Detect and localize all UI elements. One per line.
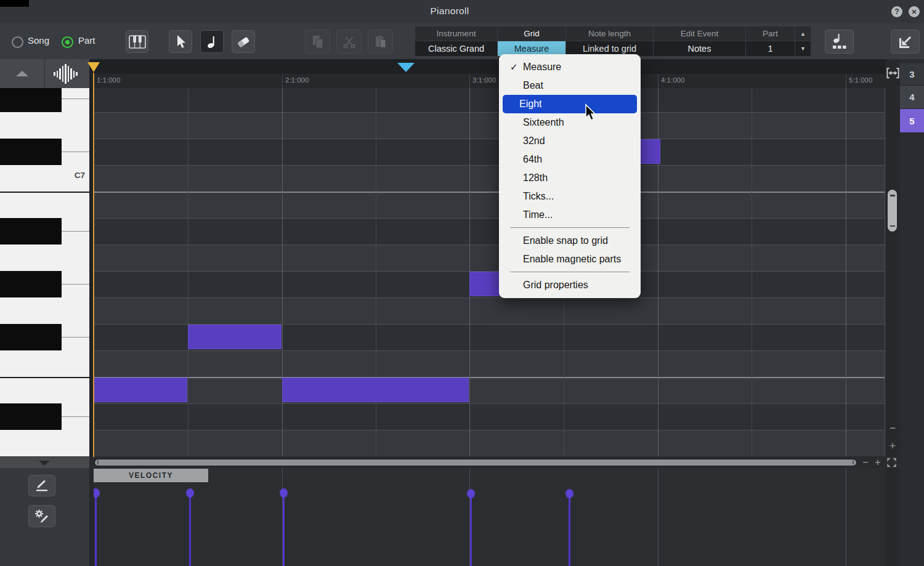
velocity-dot[interactable]: [94, 488, 100, 498]
midi-note-e6-1-1[interactable]: [94, 378, 187, 402]
dropdown-instrument-value[interactable]: Classic Grand: [415, 41, 497, 56]
octave-divider: [0, 377, 89, 378]
menu-item-64th[interactable]: 64th: [503, 150, 637, 169]
eraser-tool-button[interactable]: [232, 30, 255, 53]
part-radio[interactable]: [62, 36, 73, 48]
menu-item-label: Enable snap to grid: [523, 235, 608, 246]
import-to-corner-button[interactable]: [891, 30, 920, 54]
menu-item-time[interactable]: Time...: [503, 206, 637, 224]
dropdown-part-value[interactable]: 1: [746, 41, 795, 56]
scroll-down-button[interactable]: [0, 457, 89, 468]
key-A#6[interactable]: [0, 218, 62, 245]
vertical-zoom-out-button[interactable]: −: [888, 423, 898, 434]
horizontal-zoom-out-button[interactable]: −: [861, 457, 870, 468]
part-tab-3[interactable]: 3: [900, 63, 924, 86]
key-D7[interactable]: [0, 112, 89, 139]
velocity-dot[interactable]: [467, 489, 475, 498]
close-button[interactable]: ✕: [909, 6, 920, 17]
menu-item-eight[interactable]: Eight: [503, 95, 637, 113]
menu-item-enable-magnetic-parts[interactable]: Enable magnetic parts: [503, 250, 637, 269]
vertical-scroll-gutter: − +: [885, 59, 900, 457]
dropdown-edit-event-value[interactable]: Notes: [654, 41, 745, 56]
note-steps-icon: [830, 33, 849, 50]
horizontal-scrollbar-thumb[interactable]: [95, 459, 856, 466]
playhead-marker[interactable]: [87, 62, 100, 72]
key-E6[interactable]: [0, 377, 89, 403]
menu-item-sixteenth[interactable]: Sixteenth: [503, 113, 637, 132]
piano-keyboard: C7: [0, 88, 89, 456]
note-draw-tool-button[interactable]: [200, 30, 224, 53]
pencil-icon: [34, 479, 50, 493]
note-grid[interactable]: [94, 88, 885, 456]
waveform-view-button[interactable]: [45, 59, 89, 88]
midi-note-e6-2-1[interactable]: [282, 378, 469, 402]
up-triangle-icon: [16, 71, 28, 76]
key-A6[interactable]: [0, 245, 89, 271]
vertical-scrollbar-thumb[interactable]: [888, 190, 897, 232]
velocity-stem[interactable]: [283, 493, 285, 566]
velocity-stem[interactable]: [95, 493, 97, 566]
key-D#7[interactable]: [0, 88, 62, 112]
pointer-tool-button[interactable]: [169, 30, 192, 53]
key-F#6[interactable]: [0, 324, 62, 350]
playhead-line: [93, 73, 94, 457]
horizontal-zoom-in-button[interactable]: +: [873, 457, 882, 468]
paste-icon: [374, 34, 387, 49]
part-tab-5[interactable]: 5: [900, 109, 924, 133]
fit-width-icon[interactable]: [886, 66, 900, 80]
menu-item-enable-snap-to-grid[interactable]: Enable snap to grid: [503, 232, 637, 250]
menu-item-beat[interactable]: Beat: [503, 76, 637, 95]
vertical-zoom-in-button[interactable]: +: [888, 440, 898, 451]
key-F6[interactable]: [0, 350, 89, 377]
octave-divider: [0, 192, 89, 193]
part-down-button[interactable]: ▼: [795, 41, 811, 56]
menu-item-label: Eight: [519, 99, 541, 109]
menu-item-128th[interactable]: 128th: [503, 169, 637, 187]
expand-view-icon[interactable]: [886, 457, 898, 468]
menu-item-label: Ticks...: [523, 191, 554, 201]
key-D#6[interactable]: [0, 403, 62, 430]
scroll-up-button[interactable]: [0, 59, 44, 88]
menu-item-grid-properties[interactable]: Grid properties: [503, 276, 637, 294]
grid-row-line: [94, 403, 885, 404]
menu-item-ticks[interactable]: Ticks...: [503, 187, 637, 206]
velocity-settings-button[interactable]: [28, 505, 55, 527]
key-C#7[interactable]: [0, 139, 62, 165]
song-radio[interactable]: [12, 36, 23, 48]
timeline-tick: [846, 74, 846, 88]
velocity-dot[interactable]: [186, 488, 194, 498]
velocity-dot[interactable]: [280, 488, 288, 498]
white-key-split-line: [62, 231, 89, 232]
velocity-stem[interactable]: [470, 493, 472, 566]
midi-note-f-6-1-3[interactable]: [188, 325, 282, 349]
paste-button[interactable]: [368, 30, 393, 54]
window-title: Pianoroll: [400, 6, 499, 17]
white-key-split-line: [62, 99, 89, 99]
timeline-tick: [469, 74, 470, 88]
key-D6[interactable]: [0, 430, 89, 456]
part-up-button[interactable]: ▲: [795, 26, 811, 41]
keyboard-toggle-button[interactable]: [126, 30, 148, 53]
velocity-stem[interactable]: [569, 493, 570, 566]
copy-button[interactable]: [305, 30, 330, 54]
key-G6[interactable]: [0, 297, 89, 324]
menu-item-32nd[interactable]: 32nd: [503, 132, 637, 150]
help-button[interactable]: ?: [891, 6, 902, 17]
velocity-dot[interactable]: [565, 489, 573, 498]
step-input-button[interactable]: [825, 30, 854, 54]
key-G#6[interactable]: [0, 271, 62, 297]
loop-end-marker[interactable]: [397, 63, 415, 72]
keyboard-topbar: [0, 59, 89, 88]
waveform-bar: [59, 68, 61, 79]
part-tab-4[interactable]: 4: [900, 86, 924, 109]
cut-button[interactable]: [336, 30, 362, 54]
menu-item-measure[interactable]: ✓Measure: [503, 58, 637, 76]
velocity-lane[interactable]: [94, 468, 885, 566]
horizontal-scrollbar-track[interactable]: [94, 458, 857, 466]
grid-row-A#6: [94, 218, 885, 245]
dropdown-note-length-header: Note length: [566, 26, 653, 41]
key-B6[interactable]: [0, 192, 89, 218]
timeline-ruler[interactable]: 1:1:0002:1:0003:1:0004:1:0005:1:000: [94, 59, 885, 88]
velocity-stem[interactable]: [189, 493, 191, 566]
draw-velocity-button[interactable]: [28, 475, 55, 496]
